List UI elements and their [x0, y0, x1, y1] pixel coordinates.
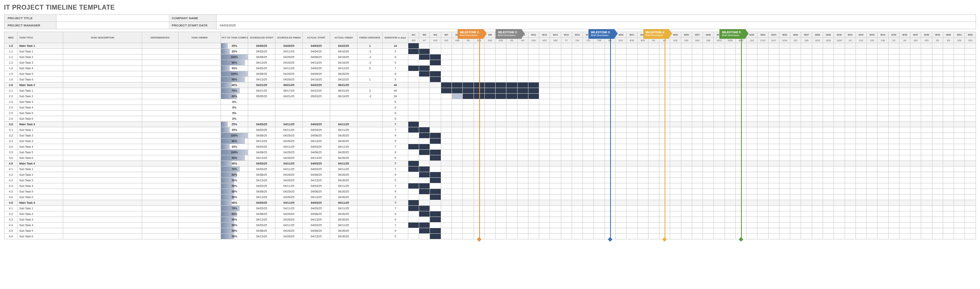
cell[interactable]: 4.4 — [4, 183, 18, 189]
cell[interactable]: 3.1 — [4, 127, 18, 133]
cell[interactable]: 04/11/25 — [275, 167, 303, 172]
cell[interactable]: 04/03/25 — [248, 122, 275, 127]
cell[interactable]: 04/11/25 — [330, 206, 357, 211]
cell[interactable]: 04/03/25 — [248, 49, 275, 54]
cell[interactable]: 04/03/25 — [248, 183, 275, 189]
cell[interactable] — [63, 183, 142, 189]
cell[interactable] — [248, 116, 275, 122]
cell[interactable] — [63, 54, 142, 60]
cell[interactable] — [63, 116, 142, 122]
cell[interactable]: 3.4 — [4, 144, 18, 150]
cell[interactable]: 0 — [357, 66, 383, 71]
cell[interactable] — [142, 99, 178, 105]
cell[interactable]: 04/08/25 — [248, 172, 275, 178]
cell[interactable] — [357, 206, 383, 211]
cell[interactable] — [357, 223, 383, 228]
cell[interactable] — [142, 54, 178, 60]
cell[interactable]: 3 — [357, 88, 383, 94]
cell[interactable]: 04/11/25 — [330, 122, 357, 127]
cell[interactable]: Sub Task 4 — [18, 66, 63, 71]
cell[interactable]: 90% — [221, 138, 248, 144]
cell[interactable] — [330, 105, 357, 110]
cell[interactable] — [142, 228, 178, 234]
cell[interactable]: 04/13/25 — [303, 234, 330, 239]
cell[interactable] — [178, 217, 221, 223]
cell[interactable]: Sub Task 5 — [18, 71, 63, 77]
cell[interactable]: 7 — [383, 144, 408, 150]
cell[interactable] — [178, 234, 221, 239]
cell[interactable]: Sub Task 4 — [18, 223, 63, 228]
cell[interactable] — [357, 200, 383, 206]
cell[interactable]: 04/11/25 — [330, 200, 357, 206]
cell[interactable]: 04/11/25 — [275, 144, 303, 150]
cell[interactable]: 9 — [383, 189, 408, 195]
cell[interactable] — [178, 116, 221, 122]
cell[interactable] — [357, 217, 383, 223]
cell[interactable] — [178, 60, 221, 66]
cell[interactable] — [63, 150, 142, 155]
cell[interactable]: 04/13/25 — [248, 155, 275, 161]
cell[interactable] — [142, 71, 178, 77]
cell[interactable] — [142, 49, 178, 54]
cell[interactable]: 04/22/25 — [330, 43, 357, 49]
cell[interactable] — [357, 228, 383, 234]
cell[interactable]: 04/11/25 — [275, 200, 303, 206]
cell[interactable]: 100% — [221, 71, 248, 77]
cell[interactable]: 44 — [383, 88, 408, 94]
cell[interactable]: 04/04/25 — [303, 49, 330, 54]
cell[interactable]: 05/03/25 — [303, 94, 330, 99]
cell[interactable]: Sub Task 6 — [18, 195, 63, 200]
cell[interactable]: Sub Task 3 — [18, 60, 63, 66]
cell[interactable] — [142, 172, 178, 178]
cell[interactable]: 04/03/25 — [303, 122, 330, 127]
cell[interactable]: 04/11/25 — [330, 144, 357, 150]
cell[interactable]: Sub Task 6 — [18, 77, 63, 82]
cell[interactable]: 04/20/25 — [330, 228, 357, 234]
cell[interactable]: 04/20/25 — [330, 150, 357, 155]
cell[interactable] — [178, 150, 221, 155]
cell[interactable]: 04/20/25 — [330, 155, 357, 161]
cell[interactable] — [178, 211, 221, 217]
cell[interactable]: 04/08/25 — [248, 71, 275, 77]
cell[interactable]: Sub Task 1 — [18, 167, 63, 172]
cell[interactable] — [63, 178, 142, 183]
cell[interactable]: Sub Task 4 — [18, 144, 63, 150]
cell[interactable]: 14 — [383, 43, 408, 49]
cell[interactable]: 04/13/25 — [248, 234, 275, 239]
cell[interactable]: 04/03/25 — [248, 167, 275, 172]
cell[interactable]: 50% — [221, 189, 248, 195]
cell[interactable]: 4.0 — [4, 200, 18, 206]
cell[interactable]: 05/05/25 — [248, 94, 275, 99]
cell[interactable] — [303, 116, 330, 122]
cell[interactable] — [248, 110, 275, 116]
cell[interactable] — [357, 82, 383, 88]
cell[interactable] — [63, 105, 142, 110]
cell[interactable]: Sub Task 4 — [18, 183, 63, 189]
cell[interactable]: 04/03/25 — [248, 206, 275, 211]
cell[interactable]: 100% — [221, 54, 248, 60]
cell[interactable]: 04/08/25 — [248, 54, 275, 60]
cell[interactable]: 04/13/25 — [303, 217, 330, 223]
cell[interactable]: 04/20/25 — [275, 150, 303, 155]
cell[interactable] — [63, 77, 142, 82]
cell[interactable]: 04/03/25 — [248, 127, 275, 133]
cell[interactable]: 33% — [221, 49, 248, 54]
cell[interactable]: 04/08/25 — [248, 150, 275, 155]
cell[interactable]: 04/03/25 — [303, 223, 330, 228]
cell[interactable] — [248, 105, 275, 110]
cell[interactable]: 04/20/25 — [275, 138, 303, 144]
cell[interactable]: 4.2 — [4, 172, 18, 178]
cell[interactable] — [142, 223, 178, 228]
cell[interactable]: 4.1 — [4, 167, 18, 172]
cell[interactable]: Sub Task 2 — [18, 94, 63, 99]
cell[interactable]: 25% — [221, 43, 248, 49]
cell[interactable]: 06/21/25 — [275, 82, 303, 88]
cell[interactable]: 5 — [383, 155, 408, 161]
cell[interactable] — [275, 116, 303, 122]
cell[interactable] — [142, 116, 178, 122]
cell[interactable] — [330, 110, 357, 116]
cell[interactable]: 04/03/25 — [303, 127, 330, 133]
cell[interactable] — [178, 206, 221, 211]
cell[interactable] — [357, 105, 383, 110]
cell[interactable] — [178, 200, 221, 206]
